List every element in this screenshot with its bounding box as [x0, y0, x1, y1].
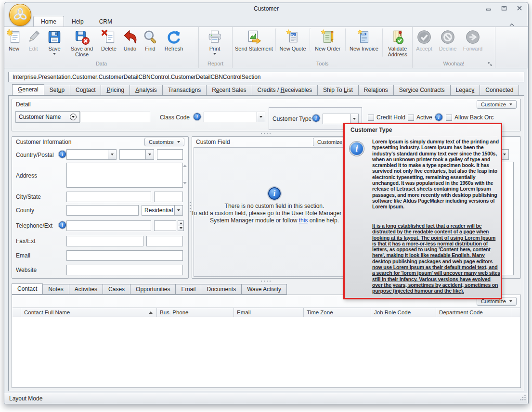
country-combo[interactable] [66, 149, 117, 160]
county-label: County [16, 207, 34, 214]
tab-relations[interactable]: Relations [358, 85, 394, 95]
ribbon-button-forward[interactable]: Forward [460, 28, 486, 52]
resize-grip-icon[interactable] [520, 395, 526, 402]
restore-button[interactable] [500, 5, 508, 12]
ribbon-button-new-invoice[interactable]: NVNew Invoice [345, 28, 382, 52]
ribbon-button-undo[interactable]: Undo [120, 28, 140, 52]
active-checkbox[interactable]: Active [408, 114, 432, 121]
fax-input[interactable] [66, 236, 143, 246]
chevron-down-icon[interactable] [213, 53, 216, 55]
accept-circle-icon [416, 29, 432, 45]
scroll-up-icon[interactable] [183, 165, 187, 167]
ribbon-button-find[interactable]: Find [140, 28, 160, 52]
row-selector-column[interactable] [13, 308, 21, 317]
column-header-email[interactable]: Email [234, 308, 304, 317]
tab-contact[interactable]: Contact [70, 85, 101, 95]
dialog-launcher-icon[interactable] [488, 61, 493, 68]
ribbon-button-refresh[interactable]: Refresh [160, 28, 187, 52]
tab-service-contracts[interactable]: Service Contracts [393, 85, 451, 95]
bottom-tab-notes[interactable]: Notes [42, 284, 69, 295]
county-input[interactable] [66, 205, 139, 216]
ribbon-group-tools: Send Statement#QNew QuoteNew OrderNVNew … [233, 27, 413, 68]
address-textarea[interactable] [66, 163, 183, 188]
email-input[interactable] [66, 250, 183, 261]
column-header-time-zone[interactable]: Time Zone [304, 308, 371, 317]
tab-credits-receivables[interactable]: Credits / Receivables [252, 85, 318, 95]
postal-combo[interactable] [119, 149, 154, 160]
country-postal-info-icon[interactable]: i [59, 151, 66, 158]
ribbon-button-new-order[interactable]: New Order [310, 28, 345, 52]
ribbon-button-accept[interactable]: Accept [413, 28, 436, 52]
tab-transactions[interactable]: Transactions [162, 85, 207, 95]
detail-customize-button[interactable]: Customize [477, 100, 517, 109]
ribbon-tab-help[interactable]: Help [64, 16, 91, 26]
bottom-tab-opportunities[interactable]: Opportunities [130, 284, 176, 295]
customer-name-picker[interactable]: Customer Name [15, 111, 80, 123]
column-header-contact-full-name[interactable]: Contact Full Name [21, 308, 157, 317]
minimize-button[interactable] [485, 5, 493, 12]
chevron-down-icon[interactable] [257, 112, 265, 122]
tab-recent-sales[interactable]: Recent Sales [206, 85, 252, 95]
ribbon-button-label: Save and Close [66, 46, 98, 57]
column-header-bus-phone[interactable]: Bus. Phone [157, 308, 234, 317]
class-code-label: Class Code [160, 114, 190, 121]
ribbon-button-decline[interactable]: Decline [436, 28, 460, 52]
customer-name-input[interactable] [80, 112, 150, 122]
ribbon-button-label: New Quote [280, 46, 306, 52]
ribbon-button-label: Edit [29, 46, 38, 52]
ribbon-button-delete[interactable]: Delete [98, 28, 120, 52]
bottom-tab-cases[interactable]: Cases [103, 284, 130, 295]
chevron-down-icon [509, 103, 512, 105]
ribbon-button-save[interactable]: Save [43, 28, 66, 55]
tab-pricing[interactable]: Pricing [101, 85, 130, 95]
city-input[interactable] [66, 192, 151, 202]
ribbon-tab-home[interactable]: Home [33, 16, 64, 26]
ribbon-button-new-quote[interactable]: #QNew Quote [275, 28, 310, 52]
ribbon-tab-crm[interactable]: CRM [91, 16, 120, 26]
ribbon-button-save-and-close[interactable]: Save and Close [66, 28, 98, 57]
ribbon-button-edit[interactable]: Edit [24, 28, 43, 52]
telephone-input[interactable] [66, 220, 151, 231]
column-header-department-code[interactable]: Department Code [436, 308, 512, 317]
tooltip-info-icon: i [350, 142, 364, 156]
customer-type-info-icon[interactable]: i [312, 115, 320, 122]
collapse-ribbon-button[interactable] [509, 20, 515, 28]
close-button[interactable] [516, 5, 523, 12]
ribbon-button-print[interactable]: Print [199, 28, 231, 55]
bottom-tab-contact[interactable]: Contact [12, 283, 43, 295]
app-logo-icon[interactable] [9, 4, 31, 26]
fax-ext-input[interactable] [146, 236, 183, 246]
online-help-link[interactable]: this [299, 217, 308, 224]
chevron-down-icon[interactable] [53, 53, 56, 55]
column-header-job-role-code[interactable]: Job Role Code [371, 308, 436, 317]
bottom-tab-documents[interactable]: Documents [201, 284, 242, 295]
chevron-down-icon[interactable] [350, 114, 358, 124]
tab-general[interactable]: General [12, 84, 44, 95]
postal-code-input[interactable] [157, 149, 183, 160]
tab-setup[interactable]: Setup [44, 85, 70, 95]
bottom-tab-wave-activity[interactable]: Wave Activity [241, 284, 287, 295]
tab-connected[interactable]: Connected [480, 85, 519, 95]
tab-ship-to-list[interactable]: Ship To List [317, 85, 359, 95]
ribbon-button-new[interactable]: New [4, 28, 24, 52]
class-code-info-icon[interactable]: i [194, 113, 201, 120]
telephone-info-icon[interactable]: i [59, 221, 66, 229]
ribbon-button-label: Decline [439, 46, 457, 52]
allow-back-order-checkbox[interactable]: Allow Back Orc [446, 114, 493, 121]
customer-information-customize-button[interactable]: Customize [144, 138, 184, 146]
ribbon-button-validate-address[interactable]: Validate Address [382, 28, 412, 57]
tab-analysis[interactable]: Analysis [130, 85, 163, 95]
tab-legacy[interactable]: Legacy [450, 85, 480, 95]
customer-type-tooltip: Customer Type i Lorem Ipsum is simply du… [343, 123, 502, 299]
bottom-tab-activities[interactable]: Activities [69, 284, 103, 295]
ribbon-tab-strip: HomeHelpCRM [4, 15, 528, 26]
contact-grid-body[interactable] [13, 317, 520, 387]
class-code-combo[interactable] [204, 112, 265, 122]
credit-hold-checkbox[interactable]: Credit Hold [368, 114, 405, 121]
scroll-down-icon[interactable] [183, 182, 187, 184]
website-input[interactable] [66, 265, 183, 275]
spin-down-icon[interactable] [178, 226, 184, 232]
ribbon-button-send-statement[interactable]: Send Statement [233, 28, 275, 52]
allow-back-info-icon[interactable]: i [435, 114, 442, 121]
bottom-tab-email[interactable]: Email [175, 284, 201, 295]
